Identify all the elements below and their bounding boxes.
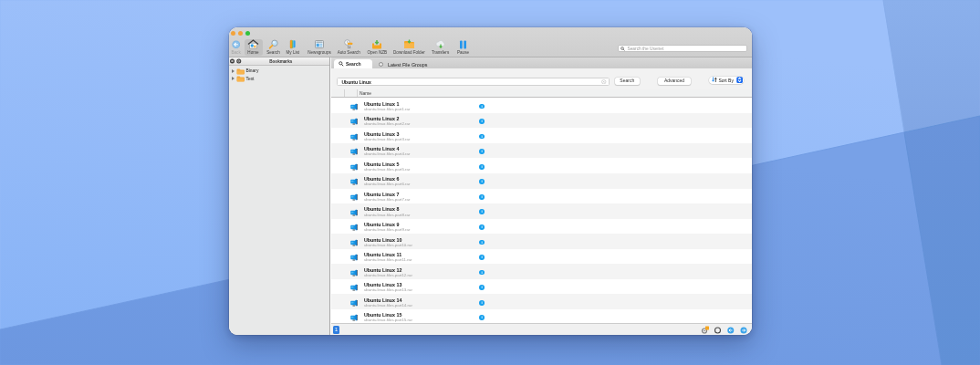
svg-text:12: 12 [348,46,351,49]
